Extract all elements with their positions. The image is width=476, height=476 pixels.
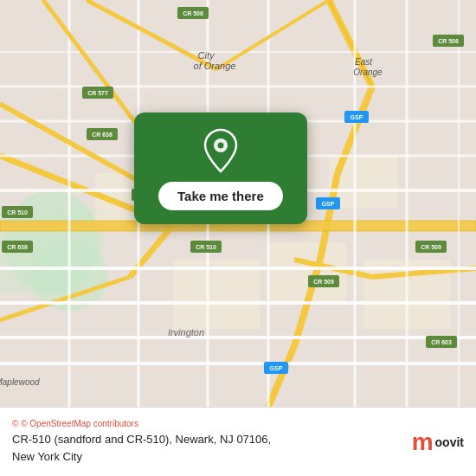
- svg-point-78: [217, 143, 223, 149]
- svg-text:CR 638: CR 638: [92, 132, 113, 138]
- moovit-brand-text: oovit: [435, 436, 464, 448]
- svg-text:GSP: GSP: [270, 365, 283, 371]
- svg-text:CR 509: CR 509: [421, 244, 441, 250]
- osm-credit: © © OpenStreetMap contributors: [12, 419, 403, 428]
- svg-text:Maplewood: Maplewood: [0, 377, 40, 387]
- svg-text:GSP: GSP: [322, 201, 335, 207]
- map-container: CR 638 CR 508 CR 508 CR 577 CR 638 CR 63…: [0, 0, 476, 407]
- svg-text:CR 508: CR 508: [183, 10, 203, 16]
- svg-text:Orange: Orange: [353, 68, 383, 77]
- svg-text:CR 577: CR 577: [87, 90, 108, 96]
- moovit-m-icon: m: [412, 430, 434, 454]
- svg-text:of Orange: of Orange: [194, 61, 236, 71]
- svg-text:City: City: [198, 50, 215, 61]
- address-line1: CR-510 (sandford and CR-510), Newark, NJ…: [12, 432, 403, 447]
- svg-text:CR 603: CR 603: [431, 339, 452, 345]
- svg-text:CR 509: CR 509: [313, 279, 334, 285]
- svg-text:GSP: GSP: [351, 114, 363, 120]
- svg-text:CR 510: CR 510: [196, 244, 216, 250]
- svg-text:East: East: [355, 57, 373, 67]
- svg-text:CR 638: CR 638: [7, 244, 28, 250]
- moovit-logo: m oovit: [412, 430, 464, 454]
- svg-text:CR 510: CR 510: [7, 209, 28, 215]
- info-bar: © © OpenStreetMap contributors CR-510 (s…: [0, 407, 476, 476]
- osm-copyright-symbol: ©: [12, 419, 18, 428]
- address-info: © © OpenStreetMap contributors CR-510 (s…: [12, 419, 403, 465]
- address-line2: New York City: [12, 449, 403, 465]
- map-pin-icon: [202, 128, 240, 173]
- svg-text:CR 508: CR 508: [438, 38, 459, 44]
- svg-text:Irvington: Irvington: [168, 327, 204, 338]
- location-card: Take me there: [134, 113, 307, 224]
- take-me-there-button[interactable]: Take me there: [158, 182, 283, 210]
- osm-credit-text: © OpenStreetMap contributors: [21, 419, 138, 428]
